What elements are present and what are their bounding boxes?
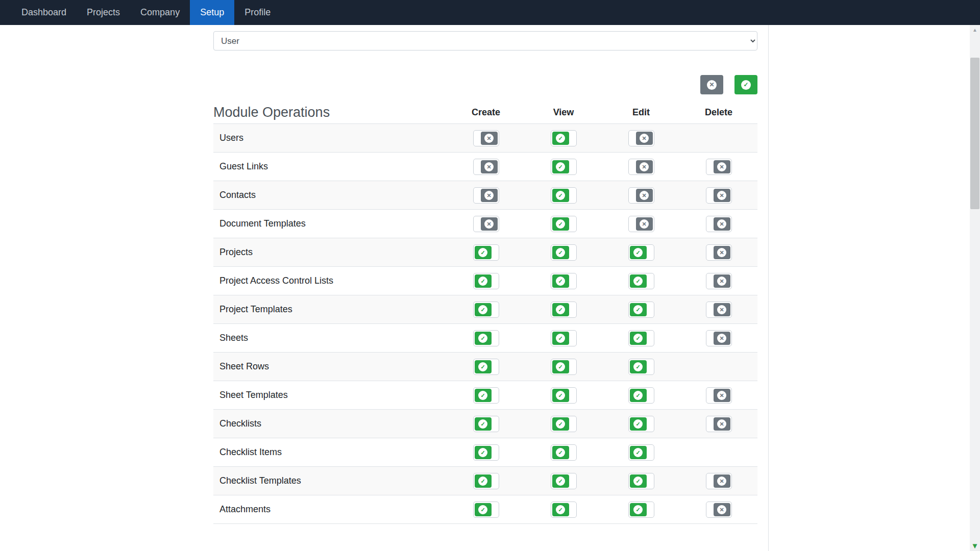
deny-all-button[interactable]: ✕ — [700, 75, 723, 94]
cell-edit: ✕ — [602, 187, 680, 204]
check-circle-icon: ✓ — [630, 389, 647, 402]
edit-toggle[interactable]: ✓ — [628, 330, 654, 346]
navbar-items: DashboardProjectsCompanySetupProfile — [11, 0, 281, 25]
edit-toggle[interactable]: ✓ — [628, 473, 654, 489]
create-toggle[interactable]: ✓ — [473, 444, 499, 461]
edit-toggle[interactable]: ✓ — [628, 244, 654, 261]
delete-toggle[interactable]: ✕ — [706, 187, 732, 204]
create-toggle[interactable]: ✓ — [473, 330, 499, 346]
view-toggle[interactable]: ✓ — [551, 473, 577, 489]
cell-edit: ✓ — [602, 302, 680, 318]
edit-toggle[interactable]: ✓ — [628, 387, 654, 404]
nav-item-company[interactable]: Company — [130, 0, 190, 25]
check-circle-icon: ✓ — [475, 246, 492, 259]
scrollbar[interactable]: ▲ ▼ — [970, 25, 980, 551]
edit-toggle[interactable]: ✓ — [628, 302, 654, 318]
create-toggle[interactable]: ✓ — [473, 502, 499, 518]
delete-toggle[interactable]: ✕ — [706, 159, 732, 175]
table-row: Projects✓✓✓✕ — [213, 238, 757, 266]
cell-edit: ✕ — [602, 159, 680, 175]
cell-edit: ✓ — [602, 273, 680, 289]
check-circle-icon: ✓ — [475, 360, 492, 373]
create-toggle[interactable]: ✕ — [473, 216, 499, 232]
view-toggle[interactable]: ✓ — [551, 216, 577, 232]
check-circle-icon: ✓ — [475, 503, 492, 516]
main-content: User ✕ ✓ Module Operations CreateViewEdi… — [0, 25, 970, 551]
edit-toggle[interactable]: ✕ — [628, 216, 654, 232]
x-circle-icon: ✕ — [714, 503, 730, 516]
nav-item-profile[interactable]: Profile — [234, 0, 281, 25]
edit-toggle[interactable]: ✕ — [628, 130, 654, 146]
cell-delete: ✕ — [680, 302, 757, 318]
create-toggle[interactable]: ✕ — [473, 130, 499, 146]
x-circle-icon: ✕ — [714, 332, 730, 345]
edit-toggle[interactable]: ✓ — [628, 273, 654, 289]
create-toggle[interactable]: ✓ — [473, 273, 499, 289]
table-title: Module Operations — [213, 105, 447, 120]
view-toggle[interactable]: ✓ — [551, 359, 577, 375]
delete-toggle[interactable]: ✕ — [706, 244, 732, 261]
edit-toggle[interactable]: ✕ — [628, 187, 654, 204]
create-toggle[interactable]: ✓ — [473, 387, 499, 404]
delete-toggle[interactable]: ✕ — [706, 302, 732, 318]
scrollbar-thumb[interactable] — [970, 58, 979, 209]
module-label: Checklists — [213, 418, 447, 429]
nav-item-projects[interactable]: Projects — [77, 0, 130, 25]
create-toggle[interactable]: ✕ — [473, 187, 499, 204]
check-circle-icon: ✓ — [475, 332, 492, 345]
x-circle-icon: ✕ — [714, 303, 730, 316]
scroll-up-icon[interactable]: ▲ — [970, 27, 980, 33]
edit-toggle[interactable]: ✓ — [628, 359, 654, 375]
view-toggle[interactable]: ✓ — [551, 302, 577, 318]
check-circle-icon: ✓ — [552, 132, 569, 145]
create-toggle[interactable]: ✓ — [473, 359, 499, 375]
delete-toggle[interactable]: ✕ — [706, 273, 732, 289]
scroll-down-icon[interactable]: ▼ — [970, 541, 980, 550]
edit-toggle[interactable]: ✓ — [628, 444, 654, 461]
delete-toggle[interactable]: ✕ — [706, 416, 732, 432]
top-navbar: DashboardProjectsCompanySetupProfile — [0, 0, 980, 25]
check-circle-icon: ✓ — [630, 274, 647, 288]
view-toggle[interactable]: ✓ — [551, 187, 577, 204]
x-circle-icon: ✕ — [636, 189, 653, 202]
allow-all-button[interactable]: ✓ — [734, 75, 757, 94]
role-select[interactable]: User — [213, 31, 757, 51]
delete-toggle[interactable]: ✕ — [706, 216, 732, 232]
view-toggle[interactable]: ✓ — [551, 273, 577, 289]
edit-toggle[interactable]: ✓ — [628, 416, 654, 432]
edit-toggle[interactable]: ✓ — [628, 502, 654, 518]
cell-create: ✓ — [447, 244, 525, 261]
x-circle-icon: ✕ — [714, 246, 730, 259]
delete-toggle[interactable]: ✕ — [706, 502, 732, 518]
nav-item-setup[interactable]: Setup — [190, 0, 234, 25]
cell-view: ✓ — [525, 330, 602, 346]
table-row: Checklist Templates✓✓✓✕ — [213, 466, 757, 495]
create-toggle[interactable]: ✓ — [473, 302, 499, 318]
create-toggle[interactable]: ✓ — [473, 416, 499, 432]
view-toggle[interactable]: ✓ — [551, 387, 577, 404]
cell-edit: ✓ — [602, 387, 680, 404]
view-toggle[interactable]: ✓ — [551, 416, 577, 432]
view-toggle[interactable]: ✓ — [551, 444, 577, 461]
x-circle-icon: ✕ — [714, 417, 730, 431]
create-toggle[interactable]: ✓ — [473, 244, 499, 261]
view-toggle[interactable]: ✓ — [551, 244, 577, 261]
x-circle-icon: ✕ — [714, 274, 730, 288]
view-toggle[interactable]: ✓ — [551, 130, 577, 146]
nav-item-dashboard[interactable]: Dashboard — [11, 0, 77, 25]
create-toggle[interactable]: ✕ — [473, 159, 499, 175]
module-label: Document Templates — [213, 218, 447, 229]
create-toggle[interactable]: ✓ — [473, 473, 499, 489]
view-toggle[interactable]: ✓ — [551, 330, 577, 346]
cell-edit: ✓ — [602, 444, 680, 461]
cell-edit: ✓ — [602, 473, 680, 489]
column-header-view: View — [525, 107, 602, 118]
view-toggle[interactable]: ✓ — [551, 502, 577, 518]
x-circle-icon: ✕ — [481, 217, 498, 231]
delete-toggle[interactable]: ✕ — [706, 330, 732, 346]
delete-toggle[interactable]: ✕ — [706, 387, 732, 404]
x-circle-icon: ✕ — [714, 389, 730, 402]
view-toggle[interactable]: ✓ — [551, 159, 577, 175]
edit-toggle[interactable]: ✕ — [628, 159, 654, 175]
delete-toggle[interactable]: ✕ — [706, 473, 732, 489]
